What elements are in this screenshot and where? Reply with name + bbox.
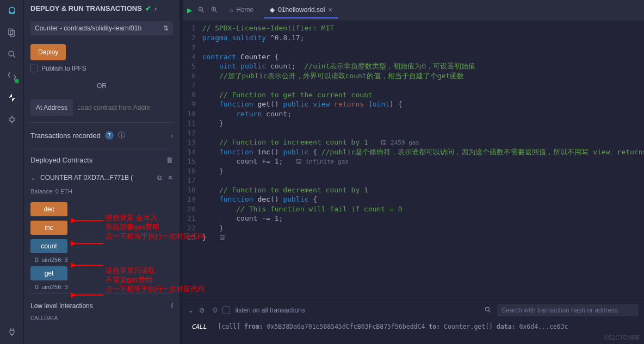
tx-count-badge: 7 — [105, 131, 114, 140]
debugger-icon[interactable] — [5, 113, 18, 126]
get-button[interactable]: get — [30, 266, 67, 280]
info-icon: ⓘ — [118, 130, 125, 140]
inc-button[interactable]: inc — [30, 221, 67, 235]
svg-line-10 — [14, 121, 15, 122]
balance-label: Balance: 0 ETH — [24, 186, 179, 197]
chevron-right-icon: › — [154, 4, 157, 12]
at-address-button[interactable]: At Address — [30, 99, 73, 116]
chevron-down-icon: ⌄ — [30, 174, 36, 182]
info-icon[interactable]: i — [171, 302, 173, 310]
close-icon[interactable]: × — [328, 5, 332, 14]
search-icon[interactable] — [484, 306, 492, 315]
solidity-icon: ◆ — [270, 6, 275, 14]
check-icon: ✔ — [145, 4, 151, 12]
terminal-search-input[interactable]: Search with transaction hash or address — [497, 304, 639, 316]
home-icon: ⌂ — [229, 6, 233, 14]
code-editor[interactable]: 1234567891011121314151617181920212223 //… — [183, 21, 644, 301]
svg-line-8 — [14, 118, 15, 119]
svg-point-5 — [10, 117, 14, 122]
svg-line-7 — [9, 118, 10, 119]
count-button[interactable]: count — [30, 239, 67, 253]
clear-icon[interactable]: ⊘ — [199, 307, 205, 314]
low-level-label: Low level interactions — [30, 302, 93, 310]
check-badge-icon — [14, 78, 20, 84]
zoom-out-icon[interactable] — [197, 6, 205, 15]
svg-line-9 — [9, 121, 10, 122]
calldata-label: CALLDATA — [24, 315, 179, 321]
transactions-recorded[interactable]: Transactions recorded 7 ⓘ › — [24, 125, 179, 146]
close-icon[interactable]: ✕ — [168, 174, 173, 182]
plugin-icon[interactable] — [5, 326, 18, 339]
terminal: ⌄ ⊘ 0 listen on all transactions Search … — [183, 301, 644, 344]
remix-logo-icon[interactable] — [5, 4, 18, 17]
or-label: OR — [24, 77, 179, 95]
copy-icon[interactable]: ⧉ — [157, 174, 162, 182]
deployed-contracts-label: Deployed Contracts — [30, 156, 92, 164]
chevron-right-icon: › — [171, 132, 173, 140]
svg-line-20 — [489, 310, 491, 312]
get-output: 0: uint256: 3 — [24, 283, 179, 291]
svg-point-19 — [485, 307, 489, 311]
deploy-button[interactable]: Deploy — [30, 44, 66, 60]
tab-home[interactable]: ⌂ Home — [224, 3, 259, 18]
listen-label: listen on all transactions — [236, 307, 305, 314]
trash-icon[interactable]: 🗑 — [166, 156, 173, 164]
contract-select[interactable]: Counter - contracts/solidity-learn/01h ⇅ — [30, 21, 173, 35]
run-icon[interactable]: ▶ — [187, 7, 192, 14]
publish-ipfs-checkbox[interactable] — [30, 65, 38, 72]
deploy-icon[interactable] — [5, 91, 18, 104]
panel-title: DEPLOY & RUN TRANSACTIONS ✔ › — [24, 0, 179, 17]
line-gutter: 1234567891011121314151617181920212223 — [183, 21, 202, 301]
editor-toolbar: ▶ ⌂ Home ◆ 01helloworld.sol × — [183, 0, 644, 21]
tab-file[interactable]: ◆ 01helloworld.sol × — [264, 2, 338, 18]
terminal-toggle-icon[interactable]: ⌄ — [188, 307, 194, 314]
contract-instance-header[interactable]: ⌄ COUNTER AT 0XD7A...F771B ( ⧉ ✕ — [24, 170, 179, 186]
dec-button[interactable]: dec — [30, 202, 67, 216]
watermark: ©51CTO博客 — [604, 334, 640, 342]
listen-checkbox[interactable] — [222, 307, 230, 314]
count-output: 0: uint256: 3 — [24, 255, 179, 264]
icon-sidebar — [0, 0, 24, 344]
publish-ipfs-label: Publish to IPFS — [41, 65, 86, 72]
svg-line-4 — [13, 55, 15, 58]
svg-line-18 — [215, 10, 217, 12]
svg-point-3 — [9, 51, 14, 56]
editor-area: ▶ ⌂ Home ◆ 01helloworld.sol × 1234567891… — [183, 0, 644, 344]
search-icon[interactable] — [5, 48, 18, 61]
updown-icon: ⇅ — [163, 24, 169, 32]
terminal-log: CALL [[call]call] from: 0x5B38Da6a701c56… — [183, 320, 644, 334]
svg-line-14 — [202, 10, 204, 12]
compiler-icon[interactable] — [5, 70, 18, 83]
svg-point-0 — [9, 7, 15, 13]
zoom-in-icon[interactable] — [210, 6, 218, 15]
at-address-input[interactable] — [73, 99, 173, 116]
file-explorer-icon[interactable] — [5, 26, 18, 39]
deploy-panel: DEPLOY & RUN TRANSACTIONS ✔ › Counter - … — [24, 0, 179, 344]
code-lines[interactable]: // SPDX-License-Identifier: MITpragma so… — [202, 21, 644, 301]
